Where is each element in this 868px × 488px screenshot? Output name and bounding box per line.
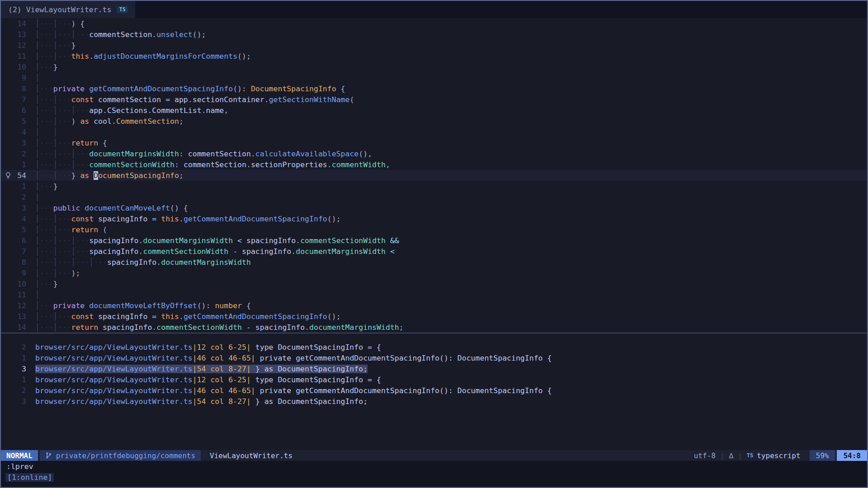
indent-whitespace: │···│··· xyxy=(35,19,71,28)
code-line[interactable]: 7│···│···│···spacingInfo.commentSectionW… xyxy=(1,246,867,257)
code-line[interactable]: 11│ xyxy=(1,289,867,300)
git-branch-icon xyxy=(45,452,52,459)
line-number: 7 xyxy=(14,247,26,256)
line-number: 9 xyxy=(14,269,26,277)
code-line[interactable]: 3│···public documentCanMoveLeft() { xyxy=(1,202,867,213)
line-number: 2 xyxy=(1,386,26,395)
line-number: 2 xyxy=(1,343,26,352)
location-entry: browser/src/app/ViewLayoutWriter.ts|54 c… xyxy=(35,365,368,373)
line-number: 12 xyxy=(14,41,26,50)
code-line[interactable]: 5│···│···) as cool.CommentSection; xyxy=(1,116,867,127)
line-number: 2 xyxy=(14,193,26,202)
line-number: 1 xyxy=(1,354,26,362)
indent-whitespace: │ xyxy=(35,193,40,202)
git-branch-section: private/printfdebugging/comments xyxy=(40,450,201,461)
line-number: 8 xyxy=(14,258,26,267)
cmdline[interactable]: :lprev xyxy=(1,461,867,472)
line-number: 3 xyxy=(1,365,26,373)
line-number: 4 xyxy=(14,215,26,223)
indent-whitespace: │···│··· xyxy=(35,171,71,180)
indent-whitespace: │ xyxy=(35,74,40,82)
code-line[interactable]: 6│···│···│···app.CSections.CommentList.n… xyxy=(1,105,867,116)
code-line[interactable]: 2│···│···│···documentMarginsWidth: comme… xyxy=(1,148,867,159)
code-text: │ xyxy=(35,74,40,82)
code-line[interactable]: 13│···│···const spacingInfo = this.getCo… xyxy=(1,311,867,322)
line-number: 11 xyxy=(14,52,26,61)
code-line[interactable]: 8│···private getCommentAndDocumentSpacin… xyxy=(1,83,867,94)
code-line[interactable]: 1│···} xyxy=(1,181,867,192)
code-line[interactable]: 1│···│···│···commentSectionWidth: commen… xyxy=(1,159,867,170)
location-entry: browser/src/app/ViewLayoutWriter.ts|12 c… xyxy=(35,375,381,384)
code-line[interactable]: 7│···│···const commentSection = app.sect… xyxy=(1,94,867,105)
typescript-file-icon: TS xyxy=(117,6,127,13)
scroll-percent: 59% xyxy=(810,450,835,461)
line-number: 7 xyxy=(14,95,26,104)
location-list-row[interactable]: 3browser/src/app/ViewLayoutWriter.ts|54 … xyxy=(1,363,867,374)
code-line[interactable]: 2│ xyxy=(1,192,867,202)
code-text: │···│···│···commentSectionWidth: comment… xyxy=(35,160,390,169)
code-line[interactable]: 5│···│···return ( xyxy=(1,224,867,235)
location-list-row[interactable]: 3browser/src/app/ViewLayoutWriter.ts|54 … xyxy=(1,396,867,407)
indent-whitespace: │···│··· xyxy=(35,323,71,332)
location-list-row[interactable]: 2browser/src/app/ViewLayoutWriter.ts|46 … xyxy=(1,385,867,396)
indent-whitespace: │···│···│··· xyxy=(35,106,89,115)
indent-whitespace: │··· xyxy=(35,182,53,191)
line-number: 4 xyxy=(14,128,26,136)
code-line[interactable]: 3│···│···return { xyxy=(1,137,867,148)
code-text: │···public documentCanMoveLeft() { xyxy=(35,204,188,212)
block-cursor: D xyxy=(94,171,98,180)
code-text: │···│···│···documentMarginsWidth: commen… xyxy=(35,150,372,158)
code-line[interactable]: 14│···│···return spacingInfo.commentSect… xyxy=(1,322,867,333)
indent-whitespace: │···│··· xyxy=(35,139,71,147)
location-entry: browser/src/app/ViewLayoutWriter.ts|12 c… xyxy=(35,343,381,352)
indent-whitespace: │···│···│··· xyxy=(35,150,89,158)
code-text: │···│···const spacingInfo = this.getComm… xyxy=(35,215,341,223)
location-position: |12 col 6-25| xyxy=(193,343,251,352)
code-line[interactable]: 12│···│···} xyxy=(1,40,867,51)
code-line[interactable]: 11│···│···this.adjustDocumentMarginsForC… xyxy=(1,51,867,61)
location-text: type DocumentSpacingInfo = { xyxy=(251,343,381,352)
code-text: │···│···return { xyxy=(35,139,107,147)
code-text: │ xyxy=(35,291,40,299)
code-text: │···private documentMoveLeftByOffset(): … xyxy=(35,301,251,310)
tab-viewlayoutwriter[interactable]: (2) ViewLayoutWriter.ts TS xyxy=(1,1,135,18)
line-number: 3 xyxy=(14,204,26,212)
line-number: 6 xyxy=(14,236,26,245)
code-line[interactable]: 4│···│···const spacingInfo = this.getCom… xyxy=(1,213,867,224)
code-text: │···│···│···spacingInfo.commentSectionWi… xyxy=(35,247,395,256)
indent-whitespace: │ │ xyxy=(35,128,58,136)
line-number: 13 xyxy=(14,30,26,39)
location-file: browser/src/app/ViewLayoutWriter.ts xyxy=(35,386,193,395)
statusline-divider: | xyxy=(738,450,742,461)
line-number: 10 xyxy=(14,280,26,288)
statusline-filename: ViewLayoutWriter.ts xyxy=(203,450,300,461)
indent-whitespace: │··· xyxy=(35,63,53,71)
code-line[interactable]: 8│···│···│···│···spacingInfo.documentMar… xyxy=(1,257,867,267)
indent-whitespace: │···│··· xyxy=(35,215,71,223)
cursor-position: 54:8 xyxy=(837,450,867,461)
code-line[interactable]: 12│···private documentMoveLeftByOffset()… xyxy=(1,300,867,311)
typescript-icon: TS xyxy=(747,452,753,459)
location-file: browser/src/app/ViewLayoutWriter.ts xyxy=(35,354,193,362)
location-list-row[interactable]: 2browser/src/app/ViewLayoutWriter.ts|12 … xyxy=(1,342,867,352)
code-line[interactable]: 14│···│···) { xyxy=(1,18,867,29)
code-line[interactable]: 10│···} xyxy=(1,61,867,72)
code-text: │ │ xyxy=(35,128,58,136)
code-text: │···│···} xyxy=(35,41,75,50)
location-entry: browser/src/app/ViewLayoutWriter.ts|46 c… xyxy=(35,354,552,362)
code-line[interactable]: 4│ │ xyxy=(1,127,867,137)
indent-whitespace: │··· xyxy=(35,280,53,288)
command-area: :lprev [1:online] xyxy=(1,461,867,487)
code-line[interactable]: 9│···│···); xyxy=(1,267,867,278)
code-line[interactable]: 13│···│···│···commentSection.unselect(); xyxy=(1,29,867,40)
location-list-row[interactable]: 1browser/src/app/ViewLayoutWriter.ts|12 … xyxy=(1,374,867,385)
location-file: browser/src/app/ViewLayoutWriter.ts xyxy=(35,397,193,406)
code-text: │···│···const spacingInfo = this.getComm… xyxy=(35,312,341,321)
message-line: [1:online] xyxy=(1,472,867,483)
code-line[interactable]: 54│···│···} as DocumentSpacingInfo; xyxy=(1,170,867,181)
code-line[interactable]: 6│···│···│···spacingInfo.documentMargins… xyxy=(1,235,867,246)
code-line[interactable]: 9│ xyxy=(1,72,867,83)
indent-whitespace: │···│···│··· xyxy=(35,247,89,256)
location-list-row[interactable]: 1browser/src/app/ViewLayoutWriter.ts|46 … xyxy=(1,352,867,363)
code-line[interactable]: 10│···} xyxy=(1,278,867,289)
